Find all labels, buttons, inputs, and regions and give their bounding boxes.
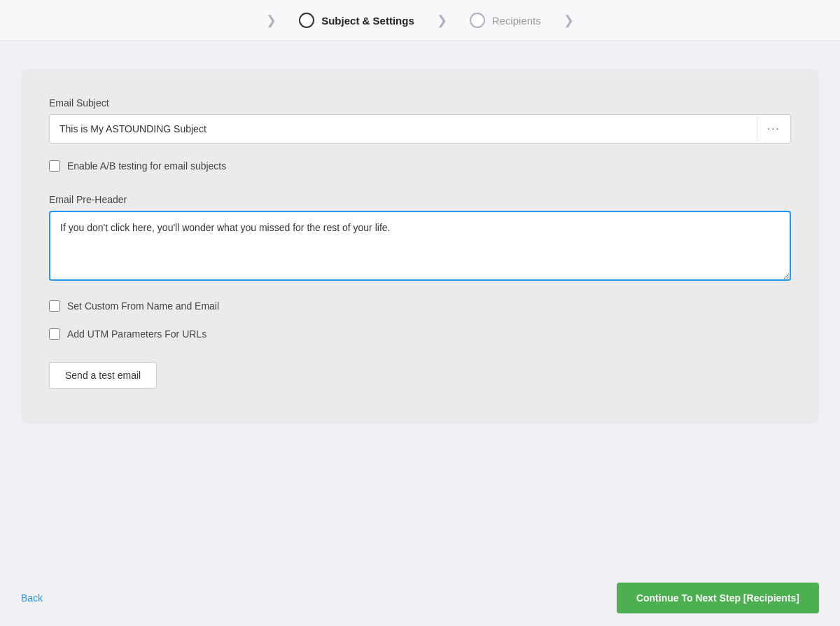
send-test-email-label: Send a test email — [65, 370, 141, 381]
email-subject-input[interactable] — [50, 115, 757, 143]
email-preheader-group: Email Pre-Header If you don't click here… — [49, 194, 791, 284]
email-preheader-label: Email Pre-Header — [49, 194, 791, 205]
utm-params-label[interactable]: Add UTM Parameters For URLs — [67, 328, 206, 340]
utm-params-row: Add UTM Parameters For URLs — [49, 328, 791, 340]
custom-from-checkbox[interactable] — [49, 300, 60, 312]
back-link[interactable]: Back — [21, 592, 43, 604]
email-subject-label: Email Subject — [49, 97, 791, 109]
ab-testing-label[interactable]: Enable A/B testing for email subjects — [67, 160, 226, 172]
send-test-email-button[interactable]: Send a test email — [49, 362, 157, 389]
custom-from-label[interactable]: Set Custom From Name and Email — [67, 300, 219, 312]
step-subject-settings: Subject & Settings — [299, 13, 414, 28]
next-chevron-icon: ❯ — [564, 14, 574, 27]
stepper: ❯ Subject & Settings ❯ Recipients ❯ — [0, 0, 840, 41]
step-label-recipients: Recipients — [492, 15, 541, 27]
continue-button[interactable]: Continue To Next Step [Recipients] — [617, 583, 819, 613]
footer-bar: Back Continue To Next Step [Recipients] — [0, 570, 840, 626]
custom-from-row: Set Custom From Name and Email — [49, 300, 791, 312]
step-label-subject-settings: Subject & Settings — [321, 15, 414, 27]
email-preheader-textarea[interactable]: If you don't click here, you'll wonder w… — [49, 211, 791, 281]
main-content: Email Subject ··· Enable A/B testing for… — [0, 41, 840, 570]
utm-params-checkbox[interactable] — [49, 328, 60, 340]
form-card: Email Subject ··· Enable A/B testing for… — [21, 69, 819, 424]
subject-menu-button[interactable]: ··· — [757, 116, 790, 141]
middle-chevron-icon: ❯ — [437, 14, 447, 27]
prev-chevron-icon: ❯ — [266, 14, 276, 27]
ab-testing-row: Enable A/B testing for email subjects — [49, 160, 791, 172]
step-circle-inactive — [470, 13, 485, 28]
ab-testing-checkbox[interactable] — [49, 160, 60, 172]
email-subject-input-wrapper: ··· — [49, 114, 791, 144]
step-recipients: Recipients — [470, 13, 541, 28]
email-subject-group: Email Subject ··· — [49, 97, 791, 144]
step-circle-active — [299, 13, 314, 28]
ellipsis-icon: ··· — [767, 123, 780, 134]
